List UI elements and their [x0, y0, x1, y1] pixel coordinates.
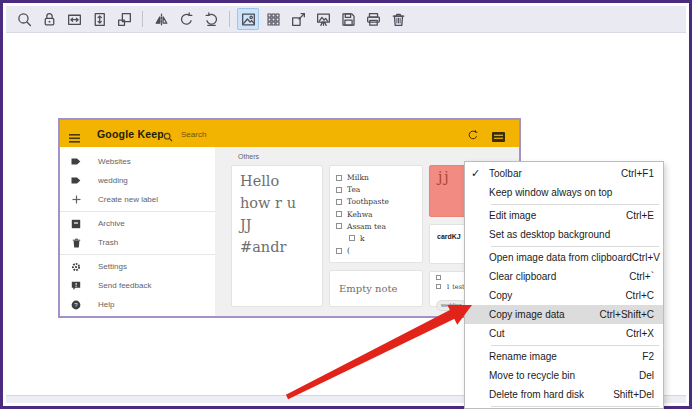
- checklist-item: Kehwa: [336, 210, 416, 219]
- menu-item-set-desktop-background[interactable]: Set as desktop background: [465, 225, 663, 244]
- menu-hamburger-icon: [69, 129, 80, 147]
- checklist-item: Tea: [336, 185, 416, 194]
- menu-item-move-to-recycle-bin[interactable]: Move to recycle binDel: [465, 366, 663, 385]
- refresh-icon: [467, 127, 479, 145]
- menu-item-edit-image[interactable]: Edit imageCtrl+E: [465, 206, 663, 225]
- sidebar-item-label: Send feedback: [98, 281, 151, 290]
- sidebar-item-label: Trash: [98, 238, 118, 247]
- sidebar-item-archive: Archive: [60, 214, 215, 233]
- sidebar-item-label: wedding: [98, 176, 128, 185]
- section-label: Others: [238, 153, 519, 160]
- menu-item-copy[interactable]: CopyCtrl+C: [465, 286, 663, 305]
- fit-window-icon[interactable]: [113, 8, 135, 30]
- check-icon: ✓: [471, 167, 489, 180]
- trash-icon: [71, 238, 81, 248]
- menu-item-open-image-data[interactable]: Open image data from clipboardCtrl+V: [465, 248, 663, 267]
- menu-separator: [491, 246, 659, 247]
- sidebar-item-label: Help: [98, 300, 114, 309]
- label-icon: [71, 176, 81, 186]
- menu-separator: [491, 345, 659, 346]
- sidebar-item-websites: Websites: [60, 152, 215, 171]
- menu-item-clear-clipboard[interactable]: Clear clipboardCtrl+`: [465, 267, 663, 286]
- sidebar-divider: [60, 211, 215, 212]
- note-hello: Hello how r u JJ #andr: [231, 165, 323, 307]
- checklist-item: Toothpaste: [336, 197, 416, 206]
- checklist-item: Assam tea: [336, 222, 416, 231]
- label-chip: wedding: [436, 300, 467, 311]
- note-empty: Empty note: [329, 270, 423, 307]
- delete-icon[interactable]: [387, 8, 409, 30]
- search-placeholder: Search: [181, 130, 206, 139]
- keep-header: Google Keep Search: [60, 120, 519, 147]
- sidebar-item-label: Websites: [98, 157, 131, 166]
- flip-icon[interactable]: [150, 8, 172, 30]
- checkbox-icon: [336, 187, 342, 193]
- fit-height-icon[interactable]: [88, 8, 110, 30]
- checkbox-icon: [336, 211, 342, 217]
- checklist-item: (: [336, 246, 416, 255]
- menu-separator: [491, 204, 659, 205]
- label-icon: [71, 157, 81, 167]
- feedback-icon: [71, 281, 81, 291]
- checkbox-icon: [336, 199, 342, 205]
- sidebar-item-label: Settings: [98, 262, 127, 271]
- lock-icon[interactable]: [38, 8, 60, 30]
- view-toggle-icon: [492, 128, 505, 146]
- sidebar-item-help: ?Help: [60, 295, 215, 314]
- zoom-icon[interactable]: [13, 8, 35, 30]
- context-menu: ✓ToolbarCtrl+F1 Keep window always on to…: [464, 161, 664, 409]
- archive-icon: [71, 219, 81, 229]
- menu-separator: [491, 406, 659, 407]
- checkbox-icon: [336, 223, 342, 229]
- sidebar-item-label: Archive: [98, 219, 125, 228]
- keep-title: Google Keep: [97, 128, 164, 140]
- save-icon[interactable]: [337, 8, 359, 30]
- keep-sidebar: Websites wedding Create new label Archiv…: [60, 147, 215, 316]
- search-icon: [163, 128, 173, 146]
- menu-item-rename-image[interactable]: Rename imageF2: [465, 347, 663, 366]
- fit-width-icon[interactable]: [63, 8, 85, 30]
- sidebar-item-settings: Settings: [60, 257, 215, 276]
- note-text-line: how r u: [240, 192, 314, 214]
- wallpaper-icon[interactable]: [312, 8, 334, 30]
- sidebar-item-wedding: wedding: [60, 171, 215, 190]
- toolbar-separator: [142, 11, 143, 27]
- rotate-right-icon[interactable]: [200, 8, 222, 30]
- print-icon[interactable]: [362, 8, 384, 30]
- keep-body: Websites wedding Create new label Archiv…: [60, 147, 519, 316]
- menu-item-keep-on-top[interactable]: Keep window always on top: [465, 183, 663, 202]
- checkbox-icon: [436, 284, 441, 289]
- sidebar-item-feedback: Send feedback: [60, 276, 215, 295]
- menu-item-cut[interactable]: CutCtrl+X: [465, 324, 663, 343]
- plus-icon: [71, 195, 81, 205]
- note-text-line: Hello: [240, 170, 314, 192]
- sidebar-item-trash: Trash: [60, 233, 215, 252]
- sidebar-item-create-label: Create new label: [60, 190, 215, 209]
- viewer-toolbar: [6, 6, 686, 33]
- menu-item-copy-image-data[interactable]: Copy image dataCtrl+Shift+C: [465, 305, 663, 324]
- keep-screenshot: Google Keep Search Websites wedding Crea…: [58, 118, 521, 318]
- thumbnails-icon[interactable]: [262, 8, 284, 30]
- checkbox-icon: [436, 275, 441, 280]
- menu-item-toolbar[interactable]: ✓ToolbarCtrl+F1: [465, 164, 663, 183]
- resize-icon[interactable]: [287, 8, 309, 30]
- checkbox-icon: [349, 235, 355, 241]
- checkbox-icon: [336, 175, 342, 181]
- note-text-line: #andr: [240, 236, 314, 258]
- sidebar-divider: [60, 254, 215, 255]
- image-view-icon[interactable]: [237, 8, 259, 30]
- viewer-window: Google Keep Search Websites wedding Crea…: [0, 0, 692, 409]
- gear-icon: [71, 262, 81, 272]
- menu-item-delete-from-hard-disk[interactable]: Delete from hard diskShift+Del: [465, 385, 663, 404]
- note-text-line: JJ: [240, 214, 314, 236]
- checklist-item: k: [349, 234, 416, 243]
- checkbox-icon: [336, 248, 342, 254]
- rotate-left-icon[interactable]: [175, 8, 197, 30]
- note-checklist: Milkn Tea Toothpaste Kehwa Assam tea k (: [329, 165, 423, 263]
- toolbar-separator: [229, 11, 230, 27]
- checklist-item: Milkn: [336, 173, 416, 182]
- sidebar-item-label: Create new label: [98, 195, 158, 204]
- help-icon: ?: [71, 300, 81, 310]
